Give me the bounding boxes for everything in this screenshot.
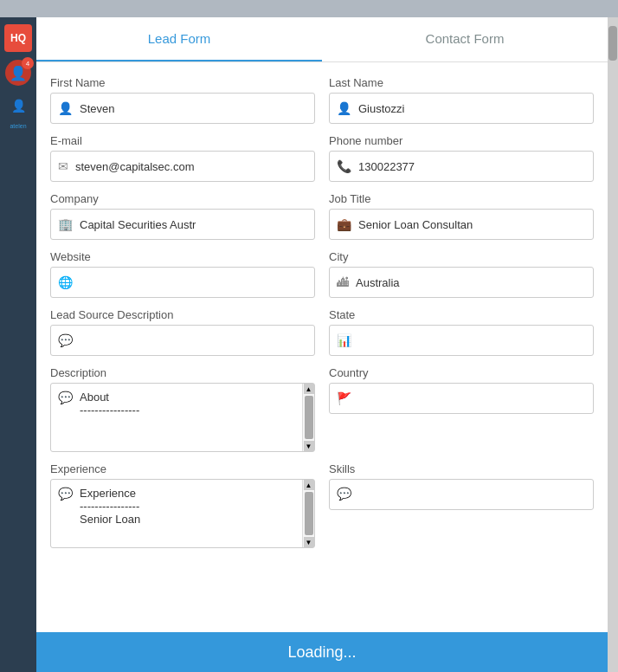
scrollbar[interactable]: [608, 17, 618, 672]
row-email-phone: E-mail ✉ Phone number 📞: [50, 134, 594, 182]
sidebar-logo: HQ: [4, 24, 32, 52]
group-skills: Skills 💬: [329, 462, 594, 548]
input-description[interactable]: About ----------------: [80, 384, 302, 451]
label-company: Company: [50, 192, 315, 205]
field-skills[interactable]: 💬: [329, 479, 594, 510]
input-state[interactable]: [358, 334, 586, 347]
group-city: City 🏙: [329, 250, 594, 298]
group-last-name: Last Name 👤: [329, 76, 594, 124]
field-city[interactable]: 🏙: [329, 267, 594, 298]
comment-icon-3: 💬: [51, 480, 80, 547]
group-description: Description 💬 About ---------------- ▲ ▼: [50, 366, 315, 452]
loading-bar: Loading...: [36, 632, 608, 672]
group-website: Website 🌐: [50, 250, 315, 298]
group-lead-source: Lead Source Description 💬: [50, 308, 315, 356]
field-last-name[interactable]: 👤: [329, 93, 594, 124]
input-job-title[interactable]: [358, 218, 586, 231]
tab-contact-form[interactable]: Contact Form: [322, 17, 608, 61]
input-website[interactable]: [80, 276, 307, 289]
label-lead-source: Lead Source Description: [50, 308, 315, 321]
field-website[interactable]: 🌐: [50, 267, 315, 298]
group-company: Company 🏢: [50, 192, 315, 240]
flag-icon: 🚩: [337, 391, 351, 405]
row-website-city: Website 🌐 City 🏙: [50, 250, 594, 298]
field-lead-source[interactable]: 💬: [50, 325, 315, 356]
row-name: First Name 👤 Last Name 👤: [50, 76, 594, 124]
group-email: E-mail ✉: [50, 134, 315, 182]
exp-scroll-up[interactable]: ▲: [304, 480, 314, 490]
row-lead-state: Lead Source Description 💬 State 📊: [50, 308, 594, 356]
experience-scrollbar[interactable]: ▲ ▼: [302, 480, 314, 547]
exp-scroll-down[interactable]: ▼: [304, 537, 314, 547]
input-email[interactable]: [75, 160, 307, 173]
scroll-thumb[interactable]: [305, 396, 313, 439]
form-content: First Name 👤 Last Name 👤 E: [36, 62, 608, 672]
row-company-job: Company 🏢 Job Title 💼: [50, 192, 594, 240]
label-city: City: [329, 250, 594, 263]
label-email: E-mail: [50, 134, 315, 147]
globe-icon: 🌐: [58, 275, 73, 289]
label-website: Website: [50, 250, 315, 263]
sidebar-user-avatar[interactable]: 👤 4: [4, 61, 32, 88]
group-first-name: First Name 👤: [50, 76, 315, 124]
group-experience: Experience 💬 Experience ----------------…: [50, 462, 315, 548]
chart-icon: 📊: [337, 333, 351, 347]
label-job-title: Job Title: [329, 192, 594, 205]
main-content: Lead Form Contact Form First Name 👤 Last…: [36, 17, 608, 672]
notification-badge: 4: [22, 57, 34, 69]
input-company[interactable]: [80, 218, 307, 231]
label-skills: Skills: [329, 462, 594, 475]
label-state: State: [329, 308, 594, 321]
group-phone: Phone number 📞: [329, 134, 594, 182]
group-country: Country 🚩: [329, 366, 594, 452]
label-description: Description: [50, 366, 315, 379]
user-avatar[interactable]: 👤 4: [5, 60, 31, 86]
sidebar-nav-label: atelen: [10, 123, 26, 129]
input-experience[interactable]: Experience ---------------- Senior Loan: [80, 480, 302, 547]
input-first-name[interactable]: [80, 102, 307, 115]
phone-icon: 📞: [337, 159, 351, 173]
briefcase-icon: 💼: [337, 217, 351, 231]
tab-lead-form[interactable]: Lead Form: [36, 17, 322, 61]
scroll-down[interactable]: ▼: [304, 441, 314, 451]
input-last-name[interactable]: [358, 102, 586, 115]
field-phone[interactable]: 📞: [329, 151, 594, 182]
sidebar: HQ 👤 4 👤 atelen: [0, 17, 36, 672]
input-phone[interactable]: [358, 160, 586, 173]
input-city[interactable]: [356, 276, 586, 289]
skills-icon: 💬: [337, 487, 351, 501]
comment-icon-2: 💬: [51, 384, 80, 451]
exp-scroll-thumb[interactable]: [305, 492, 313, 535]
group-job-title: Job Title 💼: [329, 192, 594, 240]
sidebar-nav-contacts[interactable]: 👤: [4, 92, 32, 120]
field-experience[interactable]: 💬 Experience ---------------- Senior Loa…: [50, 479, 315, 548]
label-first-name: First Name: [50, 76, 315, 89]
field-job-title[interactable]: 💼: [329, 209, 594, 240]
comment-icon: 💬: [58, 333, 73, 347]
email-icon: ✉: [58, 159, 68, 173]
field-email[interactable]: ✉: [50, 151, 315, 182]
tab-bar: Lead Form Contact Form: [36, 17, 608, 62]
company-icon: 🏢: [58, 217, 73, 231]
label-last-name: Last Name: [329, 76, 594, 89]
row-experience-skills: Experience 💬 Experience ----------------…: [50, 462, 594, 548]
row-description-country: Description 💬 About ---------------- ▲ ▼…: [50, 366, 594, 452]
field-company[interactable]: 🏢: [50, 209, 315, 240]
city-icon: 🏙: [337, 275, 349, 289]
field-description[interactable]: 💬 About ---------------- ▲ ▼: [50, 383, 315, 452]
label-phone: Phone number: [329, 134, 594, 147]
input-lead-source[interactable]: [80, 334, 307, 347]
person-icon: 👤: [58, 101, 73, 115]
field-first-name[interactable]: 👤: [50, 93, 315, 124]
person-icon-2: 👤: [337, 101, 351, 115]
group-state: State 📊: [329, 308, 594, 356]
input-country[interactable]: [358, 392, 586, 405]
loading-text: Loading...: [287, 643, 356, 662]
description-scrollbar[interactable]: ▲ ▼: [302, 384, 314, 451]
field-country[interactable]: 🚩: [329, 383, 594, 414]
field-state[interactable]: 📊: [329, 325, 594, 356]
label-country: Country: [329, 366, 594, 379]
label-experience: Experience: [50, 462, 315, 475]
form-modal: Lead Form Contact Form First Name 👤 Last…: [36, 17, 608, 672]
scroll-up[interactable]: ▲: [304, 384, 314, 394]
